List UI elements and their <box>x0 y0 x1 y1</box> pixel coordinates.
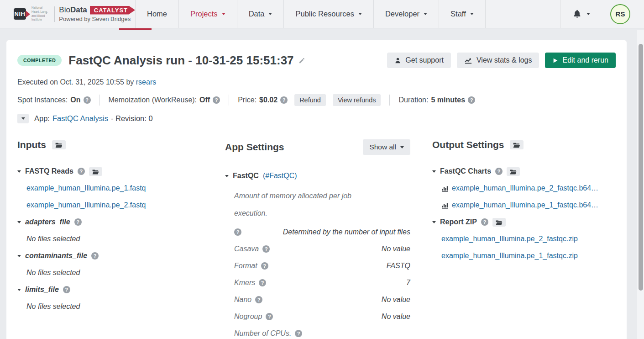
folder-open-icon <box>55 142 63 148</box>
folder-button[interactable] <box>507 167 520 176</box>
output-file-link[interactable]: example_human_Illumina.pe_1_fastqc.zip <box>441 252 578 260</box>
app-settings-heading: App Settings <box>225 142 284 153</box>
nav-item-staff[interactable]: Staff <box>439 0 486 28</box>
app-collapse-button[interactable] <box>17 114 29 123</box>
caret-down-icon <box>21 117 25 120</box>
collapse-caret-icon[interactable] <box>432 170 436 173</box>
collapse-caret-icon[interactable] <box>17 221 21 223</box>
collapse-caret-icon[interactable] <box>17 255 21 257</box>
settings-group-fastqc: FastQC (#FastQC) <box>225 170 410 181</box>
nav-item-data[interactable]: Data <box>237 0 284 28</box>
notifications-button[interactable] <box>560 0 602 28</box>
output-file-row: example_human_Illumina.pe_2_fastqc.b64… <box>432 183 616 194</box>
refund-button[interactable]: Refund <box>294 94 326 106</box>
help-icon[interactable] <box>84 96 91 104</box>
nav-item-developer[interactable]: Developer <box>373 0 439 28</box>
vertical-scrollbar[interactable] <box>637 30 644 339</box>
avatar-wrap: RS <box>602 4 644 24</box>
help-icon[interactable] <box>280 96 288 104</box>
nih-logo-text: NIH <box>14 8 26 20</box>
output-section-fastqc-charts: FastQC Charts <box>432 166 616 177</box>
biodata-catalyst-logo[interactable]: NIH National Heart, Lung, and Blood Inst… <box>0 0 135 28</box>
input-file-link[interactable]: example_human_Illumina.pe_1.fastq <box>26 184 146 192</box>
details-columns: Inputs FASTQ Reads example_huma <box>17 139 616 339</box>
chevron-down-icon <box>424 13 427 15</box>
help-icon[interactable] <box>295 330 302 337</box>
collapse-caret-icon[interactable] <box>225 175 229 177</box>
folder-button[interactable] <box>492 218 506 227</box>
status-badge: COMPLETED <box>17 55 62 66</box>
edit-and-rerun-button[interactable]: Edit and rerun <box>545 53 616 68</box>
page-title: FastQC Analysis run - 10-31-25 15:51:37 <box>68 53 293 68</box>
output-settings-heading: Output Settings <box>432 139 504 150</box>
help-icon[interactable] <box>234 228 241 236</box>
show-all-button[interactable]: Show all <box>363 139 410 155</box>
help-icon[interactable] <box>266 313 273 320</box>
user-avatar[interactable]: RS <box>610 4 630 24</box>
help-icon[interactable] <box>63 286 70 293</box>
bar-chart-icon <box>441 185 448 192</box>
setting-row-kmers: Kmers 7 <box>225 277 410 288</box>
task-actions: Get support View stats & logs Edit and r… <box>387 53 616 68</box>
help-icon[interactable] <box>213 96 220 104</box>
no-files-text: No files selected <box>17 301 225 312</box>
edit-title-button[interactable] <box>298 57 305 64</box>
nav-item-projects[interactable]: Projects <box>178 0 237 28</box>
scrollbar-thumb[interactable] <box>639 44 643 291</box>
help-icon[interactable] <box>468 96 475 104</box>
help-icon[interactable] <box>261 262 268 270</box>
help-icon[interactable] <box>259 279 266 286</box>
output-file-link[interactable]: example_human_Illumina.pe_2_fastqc.b64… <box>452 184 598 192</box>
bar-chart-icon <box>441 202 448 209</box>
help-icon[interactable] <box>74 218 82 226</box>
price-meta: Price: $0.02 Refund View refunds <box>238 94 381 106</box>
title-row: COMPLETED FastQC Analysis run - 10-31-25… <box>17 53 616 68</box>
app-link[interactable]: FastQC Analysis <box>52 114 108 123</box>
setting-row-cpus: Number of CPUs. <box>225 328 410 339</box>
fastqc-anchor-link[interactable]: (#FastQC) <box>263 172 297 180</box>
view-stats-logs-button[interactable]: View stats & logs <box>457 53 539 68</box>
input-file-link[interactable]: example_human_Illumina.pe_2.fastq <box>26 201 146 209</box>
inputs-header: Inputs <box>17 139 225 150</box>
nih-institute-name: National Heart, Lung, and Blood Institut… <box>31 6 50 22</box>
help-icon[interactable] <box>481 218 488 226</box>
setting-row-format: Format FASTQ <box>225 260 410 271</box>
nav-active-indicator <box>119 28 152 30</box>
help-icon[interactable] <box>255 296 262 303</box>
help-icon[interactable] <box>262 245 270 253</box>
collapse-caret-icon[interactable] <box>432 221 436 223</box>
get-support-button[interactable]: Get support <box>387 53 451 68</box>
brand-block: BioData CATALYST Powered by Seven Bridge… <box>59 5 135 22</box>
nav-item-public-resources[interactable]: Public Resources <box>283 0 373 28</box>
caret-down-icon <box>400 146 404 148</box>
chevron-down-icon <box>470 13 474 15</box>
setting-row-casava: Casava No value <box>225 244 410 254</box>
chevron-down-icon <box>358 13 362 15</box>
nav-item-home[interactable]: Home <box>135 0 178 28</box>
executed-user-link[interactable]: rsears <box>136 78 156 86</box>
inputs-folder-button[interactable] <box>52 140 66 149</box>
catalyst-flag: CATALYST <box>90 6 135 15</box>
output-file-link[interactable]: example_human_Illumina.pe_1_fastqc.b64… <box>452 201 598 209</box>
executed-line: Executed on Oct. 31, 2025 10:55 by rsear… <box>17 78 616 86</box>
no-files-text: No files selected <box>17 267 225 278</box>
collapse-caret-icon[interactable] <box>17 289 21 291</box>
help-icon[interactable] <box>78 168 85 175</box>
setting-row-nano: Nano No value <box>225 294 410 305</box>
output-settings-column: Output Settings FastQC Charts <box>432 139 616 339</box>
app-settings-column: App Settings Show all FastQC (#FastQC) A… <box>225 139 432 339</box>
collapse-caret-icon[interactable] <box>17 170 21 173</box>
user-icon <box>394 57 401 64</box>
folder-button[interactable] <box>89 167 102 176</box>
inputs-column: Inputs FASTQ Reads example_huma <box>17 139 225 339</box>
help-icon[interactable] <box>495 168 503 175</box>
output-folder-button[interactable] <box>510 140 524 149</box>
chevron-down-icon <box>268 13 272 15</box>
help-icon[interactable] <box>91 252 99 260</box>
folder-open-icon <box>510 169 517 175</box>
setting-row-nogroup: Nogroup No value <box>225 311 410 322</box>
view-refunds-button[interactable]: View refunds <box>333 94 381 106</box>
input-section-limits-file: limits_file <box>17 284 225 295</box>
divider <box>389 95 390 106</box>
output-file-link[interactable]: example_human_Illumina.pe_2_fastqc.zip <box>441 235 578 243</box>
